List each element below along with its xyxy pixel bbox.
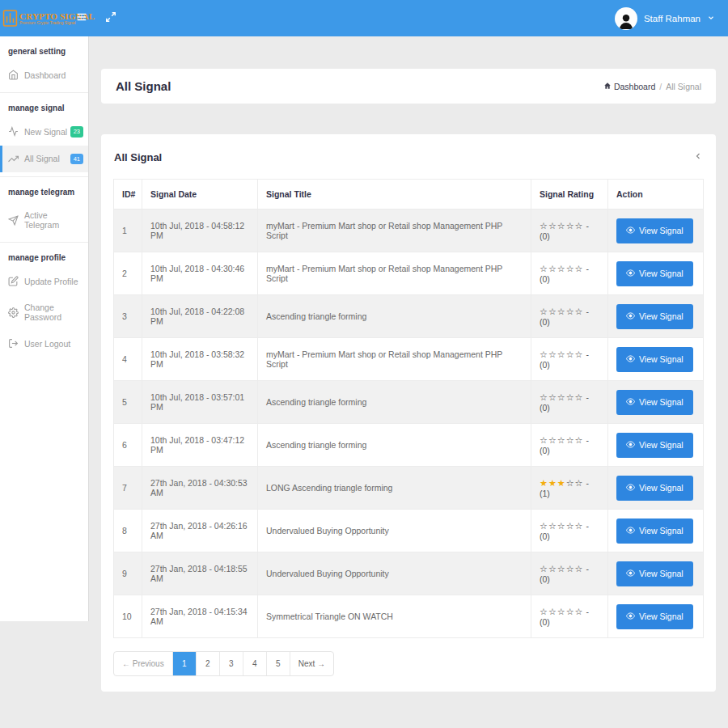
sidebar-item-active-telegram[interactable]: Active Telegram: [0, 202, 88, 238]
star-empty-icon: ☆: [540, 307, 548, 316]
cell-action: View Signal: [608, 252, 704, 295]
pagination-page-5[interactable]: 5: [267, 652, 290, 675]
view-signal-button[interactable]: View Signal: [616, 561, 693, 586]
sidebar-item-badge: 41: [70, 154, 83, 165]
star-empty-icon: ☆: [566, 307, 575, 316]
cell-id: 3: [114, 295, 142, 338]
breadcrumb-dashboard-link[interactable]: Dashboard: [603, 82, 655, 91]
page-header: All Signal Dashboard / All Signal: [101, 69, 716, 104]
cell-id: 6: [114, 424, 142, 467]
cell-action: View Signal: [608, 552, 704, 595]
view-signal-button[interactable]: View Signal: [616, 433, 693, 458]
fullscreen-button[interactable]: [102, 8, 120, 28]
column-header-signal-rating: Signal Rating: [531, 180, 608, 210]
view-signal-button[interactable]: View Signal: [616, 261, 693, 286]
eye-icon: [626, 311, 635, 322]
star-empty-icon: ☆: [575, 264, 584, 273]
breadcrumb: Dashboard / All Signal: [603, 82, 701, 91]
sidebar-toggle-button[interactable]: [73, 8, 91, 28]
cell-title: myMart - Premium Mart shop or Retail sho…: [258, 210, 531, 252]
view-signal-button[interactable]: View Signal: [616, 604, 693, 629]
cell-title: Ascending triangle forming: [258, 424, 531, 467]
star-empty-icon: ☆: [557, 521, 566, 531]
main-content: All Signal Dashboard / All Signal All Si…: [89, 36, 728, 728]
sidebar-section-label: manage signal: [0, 93, 88, 118]
brand[interactable]: CRYPTO SIGNAL Premium Crypto Trading Sig…: [0, 6, 71, 30]
cell-date: 27th Jan, 2018 - 04:15:34 AM: [142, 595, 258, 638]
star-empty-icon: ☆: [566, 264, 575, 273]
sidebar-section-label: manage profile: [0, 243, 88, 268]
star-empty-icon: ☆: [566, 564, 575, 574]
user-menu[interactable]: Staff Rahman: [615, 7, 728, 30]
cell-title: Undervalued Buying Opportunity: [258, 552, 531, 595]
star-empty-icon: ☆: [575, 478, 584, 488]
all-signal-card: All Signal ID#Signal DateSignal TitleSig…: [101, 134, 716, 692]
sidebar-item-update-profile[interactable]: Update Profile: [0, 268, 88, 294]
gear-icon: [8, 307, 19, 318]
star-empty-icon: ☆: [548, 221, 557, 231]
star-empty-icon: ☆: [557, 264, 566, 273]
chevron-down-icon: [707, 14, 715, 23]
sidebar-item-user-logout[interactable]: User Logout: [0, 330, 88, 357]
cell-action: View Signal: [608, 381, 704, 424]
star-empty-icon: ☆: [575, 521, 584, 531]
view-signal-label: View Signal: [639, 269, 684, 278]
sidebar-section: manage telegramActive Telegram: [0, 177, 88, 243]
table-row: 927th Jan, 2018 - 04:18:55 AMUndervalued…: [114, 552, 704, 595]
pagination-previous[interactable]: ← Previous: [114, 652, 173, 675]
star-filled-icon: ★: [548, 478, 557, 488]
sidebar-item-label: Update Profile: [24, 277, 78, 286]
sidebar-item-new-signal[interactable]: New Signal23: [0, 118, 88, 146]
cell-title: Ascending triangle forming: [258, 295, 531, 338]
table-row: 410th Jul, 2018 - 03:58:32 PMmyMart - Pr…: [114, 338, 704, 381]
hamburger-icon: [76, 11, 87, 25]
pagination-page-3[interactable]: 3: [220, 652, 243, 675]
breadcrumb-separator: /: [659, 82, 662, 91]
view-signal-button[interactable]: View Signal: [616, 476, 693, 501]
star-empty-icon: ☆: [566, 392, 575, 402]
view-signal-label: View Signal: [639, 526, 684, 535]
sidebar-item-label: Change Password: [24, 303, 83, 322]
breadcrumb-current: All Signal: [666, 82, 701, 91]
view-signal-label: View Signal: [639, 354, 684, 364]
cell-date: 27th Jan, 2018 - 04:26:16 AM: [142, 510, 258, 552]
star-empty-icon: ☆: [575, 435, 584, 445]
cell-title: myMart - Premium Mart shop or Retail sho…: [258, 252, 531, 295]
star-empty-icon: ☆: [566, 349, 575, 359]
top-navbar: CRYPTO SIGNAL Premium Crypto Trading Sig…: [0, 0, 728, 36]
breadcrumb-home-label: Dashboard: [614, 82, 655, 91]
star-empty-icon: ☆: [540, 607, 548, 616]
view-signal-label: View Signal: [639, 226, 684, 235]
column-header-signal-title: Signal Title: [258, 180, 531, 210]
view-signal-button[interactable]: View Signal: [616, 347, 693, 372]
cell-date: 27th Jan, 2018 - 04:18:55 AM: [142, 552, 258, 595]
eye-icon: [626, 440, 635, 451]
rating-stars: ☆☆☆☆☆: [540, 392, 583, 402]
view-signal-button[interactable]: View Signal: [616, 390, 693, 415]
eye-icon: [626, 526, 635, 536]
pagination-page-2[interactable]: 2: [197, 652, 220, 675]
view-signal-button[interactable]: View Signal: [616, 218, 693, 243]
view-signal-button[interactable]: View Signal: [616, 304, 693, 329]
view-signal-button[interactable]: View Signal: [616, 518, 693, 544]
pagination-next[interactable]: Next →: [290, 652, 333, 675]
chevron-left-icon: [693, 151, 703, 163]
table-row: 1027th Jan, 2018 - 04:15:34 AMSymmetrica…: [114, 595, 704, 638]
pagination-page-4[interactable]: 4: [243, 652, 267, 675]
table-row: 827th Jan, 2018 - 04:26:16 AMUndervalued…: [114, 510, 704, 552]
rating-stars: ☆☆☆☆☆: [540, 264, 583, 273]
star-empty-icon: ☆: [575, 221, 584, 231]
sidebar-item-change-password[interactable]: Change Password: [0, 294, 88, 330]
sidebar-item-label: New Signal: [24, 127, 67, 137]
sidebar-item-dashboard[interactable]: Dashboard: [0, 61, 88, 88]
collapse-button[interactable]: [693, 151, 703, 163]
sidebar-item-all-signal[interactable]: All Signal41: [0, 146, 88, 173]
rating-stars: ☆☆☆☆☆: [540, 521, 583, 531]
sidebar-item-badge: 23: [70, 126, 83, 138]
star-empty-icon: ☆: [575, 392, 584, 402]
star-empty-icon: ☆: [557, 607, 566, 616]
pagination-page-1[interactable]: 1: [173, 652, 197, 675]
cell-date: 10th Jul, 2018 - 04:30:46 PM: [142, 252, 258, 295]
star-empty-icon: ☆: [548, 307, 557, 316]
sidebar-section: manage signalNew Signal23All Signal41: [0, 93, 88, 177]
